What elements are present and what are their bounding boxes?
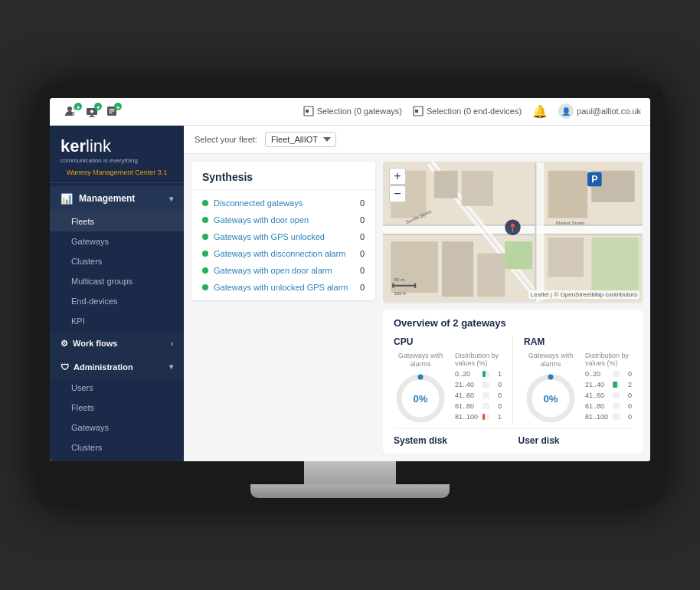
ram-dist-2: 41..60 0 [585, 392, 632, 399]
cpu-detail: Distribution by values (%) 0..20 1 [455, 352, 502, 422]
content-body: Synthesis Disconnected gateways 0 Gatewa… [184, 154, 650, 461]
sidebar-item-admin-fleets[interactable]: Fleets [50, 398, 184, 418]
svg-rect-30 [477, 254, 505, 297]
status-dot [202, 267, 208, 274]
ram-dist-1: 21..40 2 [585, 381, 632, 388]
user-menu[interactable]: 👤 paul@alliot.co.uk [558, 103, 641, 119]
cpu-gauge: 0% [394, 372, 447, 425]
sidebar: kerlink communication is everything Wane… [50, 126, 184, 461]
sidebar-item-kpi[interactable]: KPI [50, 311, 184, 331]
main-layout: kerlink communication is everything Wane… [50, 126, 650, 461]
status-dot [202, 200, 208, 206]
ram-metric: RAM Gateways with alarms [524, 336, 632, 425]
users-icon[interactable]: ● [65, 105, 79, 117]
metrics-row: CPU Gateways with alarms [394, 336, 632, 425]
user-disk-label: User disk [518, 435, 633, 446]
sidebar-item-admin-gateways[interactable]: Gateways [50, 418, 184, 438]
cpu-dist-4: 81..100 1 [455, 413, 502, 421]
right-panel: Saville Street Market Street 📍 P [383, 162, 643, 454]
cpu-gateways-label: Gateways with alarms [398, 352, 443, 369]
svg-point-0 [67, 107, 72, 111]
map-background: Saville Street Market Street 📍 P [383, 162, 643, 302]
synthesis-item-5[interactable]: Gateways with unlocked GPS alarm 0 [191, 279, 375, 296]
svg-rect-29 [442, 241, 473, 297]
synthesis-item-1[interactable]: Gateways with door open 0 [191, 211, 375, 228]
status-dot [202, 217, 208, 223]
synthesis-item-2[interactable]: Gateways with GPS unlocked 0 [191, 228, 375, 245]
ram-inner: Gateways with alarms 0% [524, 352, 632, 425]
svg-text:📍: 📍 [508, 223, 518, 233]
monitor-screen: ● ● [50, 98, 650, 461]
svg-text:30 m: 30 m [394, 277, 404, 282]
synthesis-item-4[interactable]: Gateways with open door alarm 0 [191, 262, 375, 279]
gateways-icon[interactable]: ● [85, 105, 99, 117]
devices-icon[interactable]: ● [105, 105, 119, 117]
ram-dist-0: 0..20 0 [585, 370, 632, 378]
svg-rect-9 [110, 113, 113, 113]
svg-rect-27 [548, 238, 584, 277]
svg-rect-23 [434, 171, 458, 198]
overview-title: Overview of 2 gateways [394, 317, 632, 329]
sidebar-item-users[interactable]: Users [50, 378, 184, 398]
management-section[interactable]: 📊 Management ▾ [50, 186, 184, 211]
stand-base [250, 484, 450, 498]
synthesis-item-3[interactable]: Gateways with disconnection alarm 0 [191, 245, 375, 262]
content-area: Select your fleet: Fleet_AllIOT Synthesi… [184, 126, 650, 461]
metrics-divider [512, 336, 513, 425]
synthesis-title: Synthesis [191, 162, 375, 190]
svg-point-3 [90, 110, 93, 113]
topbar-icons: ● ● [65, 105, 119, 117]
svg-rect-4 [91, 115, 93, 116]
chart-icon: 📊 [61, 193, 73, 205]
map-attribution: Leaflet | © OpenStreetMap contributors [528, 290, 639, 299]
system-disk-label: System disk [394, 435, 508, 446]
sidebar-item-clusters[interactable]: Clusters [50, 251, 184, 271]
ram-dist-3: 61..80 0 [585, 402, 632, 410]
svg-rect-24 [462, 171, 493, 206]
overview-section: Overview of 2 gateways CPU Gateways with… [383, 310, 643, 454]
sidebar-item-multicast[interactable]: Multicast groups [50, 271, 184, 291]
topbar: ● ● [50, 98, 650, 126]
stand-neck [304, 461, 396, 484]
workflows-section[interactable]: ⚙ Work flows › [50, 333, 184, 355]
sidebar-item-admin-clusters[interactable]: Clusters [50, 438, 184, 457]
fleet-label: Select your fleet: [195, 135, 257, 144]
svg-rect-11 [306, 110, 309, 113]
cpu-metric: CPU Gateways with alarms [394, 336, 502, 425]
administration-section[interactable]: 🛡 Administration ▾ [50, 356, 184, 378]
map-card: Saville Street Market Street 📍 P [383, 162, 643, 302]
ram-dist-4: 81..100 0 [585, 413, 632, 421]
sidebar-menu: 📊 Management ▾ Fleets Gateways Clusters [50, 183, 184, 461]
cpu-dist-3: 61..80 0 [455, 402, 502, 410]
logo: kerlink [61, 136, 173, 156]
selection-end-devices[interactable]: Selection (0 end-devices) [413, 106, 522, 116]
chevron-down-icon-admin: ▾ [169, 362, 173, 371]
cpu-dist-1: 21..40 0 [455, 381, 502, 388]
svg-rect-39 [392, 285, 416, 287]
svg-text:100 ft: 100 ft [394, 290, 406, 296]
cpu-dist-2: 41..60 0 [455, 392, 502, 399]
monitor-stand [50, 461, 650, 506]
svg-text:Market Street: Market Street [556, 220, 584, 225]
svg-rect-7 [110, 109, 115, 110]
svg-rect-40 [392, 284, 394, 288]
svg-rect-41 [414, 284, 416, 288]
zoom-in-button[interactable]: + [389, 168, 406, 185]
chevron-right-icon: › [171, 339, 173, 348]
svg-rect-8 [110, 111, 115, 112]
sidebar-item-end-devices[interactable]: End-devices [50, 291, 184, 311]
sidebar-item-gateways[interactable]: Gateways [50, 231, 184, 251]
svg-text:P: P [591, 174, 597, 185]
sidebar-item-fleets[interactable]: Fleets [50, 211, 184, 231]
devices-badge: ● [114, 103, 122, 110]
workflows-icon: ⚙ [61, 339, 68, 349]
selection-gateways[interactable]: Selection (0 gateways) [303, 106, 402, 116]
ram-detail: Distribution by values (%) 0..20 0 [585, 352, 632, 422]
status-dot [202, 251, 208, 257]
status-dot [202, 284, 208, 290]
zoom-out-button[interactable]: − [389, 185, 406, 202]
fleet-select[interactable]: Fleet_AllIOT [265, 132, 336, 147]
synthesis-item-0[interactable]: Disconnected gateways 0 [191, 195, 375, 211]
bell-icon[interactable]: 🔔 [532, 104, 548, 119]
map-zoom-controls: + − [389, 168, 406, 202]
